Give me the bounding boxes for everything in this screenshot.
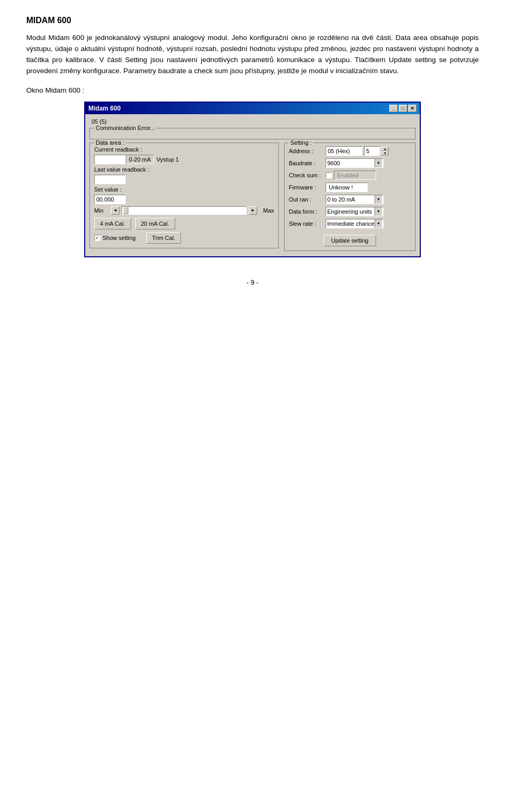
current-readback-input-row: 0-20 mA Vystup 1	[94, 155, 274, 164]
range-badge: 0-20 mA	[126, 155, 154, 164]
address-label: Address :	[289, 148, 326, 154]
last-value-row: Last value readback :	[94, 166, 274, 173]
firmware-row: Firmware : Unknow !	[289, 183, 411, 192]
output-label: Vystup 1	[157, 156, 179, 163]
max-label: Max	[259, 207, 274, 214]
outran-arrow: ▼	[375, 195, 382, 204]
baudrate-row: Baudrate : 9600 ▼	[289, 158, 411, 168]
slewrate-label: Slew rate :	[289, 220, 326, 227]
right-column: Setting : Address : 05 (Hex) ▲ ▼	[284, 143, 416, 251]
slider-left-arrow[interactable]: ◄	[111, 206, 119, 215]
trim-cal-button[interactable]: Trim Cal.	[146, 232, 181, 244]
firmware-label: Firmware :	[289, 184, 326, 191]
comm-error-legend: Communication Error...	[94, 125, 156, 131]
address-spinner: ▲ ▼	[381, 147, 389, 155]
last-value-label: Last value readback :	[94, 166, 149, 173]
current-readback-row: Current readback :	[94, 146, 274, 153]
body-paragraph: Modul Midam 600 je jednokanálový výstupn…	[26, 33, 479, 77]
last-value-input[interactable]	[94, 175, 126, 184]
baudrate-value: 9600	[327, 160, 340, 166]
outran-row: Out ran : 0 to 20 mA ▼	[289, 195, 411, 204]
address-inputs: 05 (Hex) ▲ ▼	[326, 146, 389, 156]
dataform-arrow: ▼	[375, 207, 382, 216]
set-value-input-row	[94, 195, 274, 204]
minimize-button[interactable]: _	[389, 105, 398, 112]
midam-window: Midam 600 _ □ ✕ 05 (5) Communication Err…	[84, 102, 421, 257]
window-title: Midam 600	[88, 105, 120, 112]
comm-error-box: Communication Error...	[89, 128, 416, 139]
calibration-buttons: 4 mA Cal. 20 mA Cal.	[94, 218, 274, 229]
set-value-row: Set value :	[94, 186, 274, 193]
setting-box: Setting : Address : 05 (Hex) ▲ ▼	[284, 143, 416, 251]
slewrate-row: Slew rate : Immediate chance ▼	[289, 219, 411, 228]
cal-20ma-button[interactable]: 20 mA Cal.	[135, 218, 175, 229]
slider-track[interactable]	[122, 206, 247, 215]
checksum-checkbox[interactable]	[326, 172, 332, 178]
address-hex-field: 05 (Hex)	[326, 146, 362, 156]
checksum-label: Check sum :	[289, 172, 326, 178]
dataform-row: Data form : Engineering units ▼	[289, 207, 411, 216]
window-titlebar: Midam 600 _ □ ✕	[85, 103, 420, 114]
update-setting-button[interactable]: Update setting	[324, 235, 377, 246]
update-btn-wrap: Update setting	[289, 232, 411, 246]
checksum-check-row: Enabled	[326, 171, 376, 180]
main-columns: Data area : Current readback : 0-20 mA V…	[89, 143, 416, 251]
current-readback-input[interactable]	[94, 155, 126, 164]
firmware-value-field: Unknow !	[326, 183, 368, 192]
cal-4ma-button[interactable]: 4 mA Cal.	[94, 218, 131, 229]
address-num-input[interactable]	[364, 146, 380, 156]
section-label: Okno Midam 600 :	[26, 86, 479, 94]
set-value-input[interactable]	[94, 195, 126, 204]
slewrate-arrow: ▼	[375, 219, 382, 228]
page-title: MIDAM 600	[26, 16, 479, 25]
address-row: Address : 05 (Hex) ▲ ▼	[289, 146, 411, 156]
left-column: Data area : Current readback : 0-20 mA V…	[89, 143, 279, 251]
checksum-enabled-field: Enabled	[334, 171, 376, 180]
setting-legend: Setting :	[289, 139, 313, 146]
spin-up[interactable]: ▲	[381, 147, 389, 151]
data-area-box: Data area : Current readback : 0-20 mA V…	[89, 143, 279, 248]
spin-down[interactable]: ▼	[381, 151, 389, 155]
checksum-row: Check sum : Enabled	[289, 171, 411, 180]
slewrate-dropdown[interactable]: Immediate chance ▼	[326, 219, 383, 228]
restore-button[interactable]: □	[399, 105, 407, 112]
min-label: Min	[94, 207, 109, 214]
dataform-value: Engineering units	[327, 208, 372, 215]
window-controls: _ □ ✕	[389, 105, 417, 112]
data-area-legend: Data area :	[94, 139, 126, 146]
baudrate-arrow: ▼	[375, 159, 382, 167]
slewrate-value: Immediate chance	[327, 220, 375, 227]
slider-thumb[interactable]	[123, 207, 128, 214]
baudrate-dropdown[interactable]: 9600 ▼	[326, 158, 383, 168]
dataform-dropdown[interactable]: Engineering units ▼	[326, 207, 383, 216]
outran-dropdown[interactable]: 0 to 20 mA ▼	[326, 195, 383, 204]
show-setting-label: Show setting	[103, 235, 136, 241]
close-button[interactable]: ✕	[408, 105, 417, 112]
show-setting-checkbox[interactable]: ✓	[94, 235, 100, 241]
dataform-label: Data form :	[289, 208, 326, 215]
slider-row: Min ◄ ► Max	[94, 206, 274, 215]
outran-value: 0 to 20 mA	[327, 196, 355, 203]
last-value-input-row	[94, 175, 274, 184]
current-readback-label: Current readback :	[94, 146, 142, 153]
window-body: 05 (5) Communication Error... Data area …	[85, 114, 420, 256]
baudrate-label: Baudrate :	[289, 160, 326, 166]
page-footer: - 9 -	[26, 278, 479, 286]
slider-right-arrow[interactable]: ►	[249, 206, 257, 215]
bottom-row: ✓ Show setting Trim Cal.	[94, 232, 274, 244]
set-value-label: Set value :	[94, 186, 122, 193]
show-setting-checkbox-row: ✓ Show setting	[94, 235, 136, 241]
outran-label: Out ran :	[289, 196, 326, 203]
